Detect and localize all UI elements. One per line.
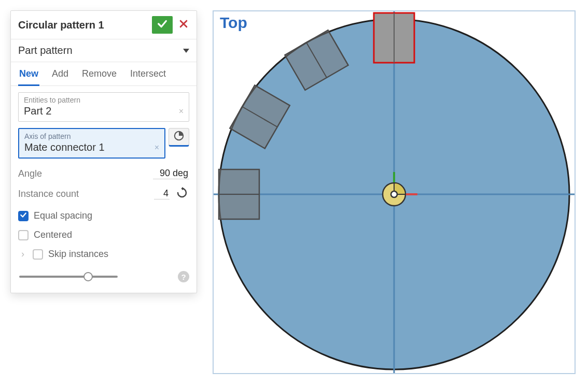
axis-clear-icon[interactable]: × xyxy=(155,143,159,152)
mate-connector-icon xyxy=(173,130,185,144)
instance-count-input[interactable]: 4 xyxy=(154,188,170,199)
skip-instances-option[interactable]: › Skip instances xyxy=(18,245,189,264)
entities-selection[interactable]: Entities to pattern Part 2 × xyxy=(18,92,189,122)
dialog-header: Circular pattern 1 xyxy=(11,11,197,39)
tab-intersect[interactable]: Intersect xyxy=(129,62,167,85)
mate-connector-button[interactable] xyxy=(169,128,189,147)
dialog-title: Circular pattern 1 xyxy=(18,19,152,31)
flip-direction-button[interactable] xyxy=(175,187,189,201)
help-icon: ? xyxy=(181,273,186,281)
angle-row: Angle 90 deg xyxy=(18,166,189,184)
graphics-viewport[interactable]: Top xyxy=(213,10,576,374)
centered-label: Centered xyxy=(34,230,72,240)
entities-value: Part 2 xyxy=(24,105,184,117)
viewport-svg: Top xyxy=(213,10,576,374)
check-icon xyxy=(157,18,168,32)
dialog-body: Entities to pattern Part 2 × Axis of pat… xyxy=(11,86,197,293)
caret-down-icon xyxy=(183,49,189,53)
equal-spacing-option[interactable]: Equal spacing xyxy=(18,206,189,225)
equal-spacing-label: Equal spacing xyxy=(34,210,92,221)
axis-selection[interactable]: Axis of pattern Mate connector 1 × xyxy=(18,128,165,159)
tab-add[interactable]: Add xyxy=(51,62,69,85)
pattern-type-label: Part pattern xyxy=(18,45,183,56)
entities-label: Entities to pattern xyxy=(24,96,184,104)
entities-clear-icon[interactable]: × xyxy=(179,107,184,116)
mate-connector-marker[interactable] xyxy=(383,183,405,206)
axis-value: Mate connector 1 xyxy=(24,141,159,153)
angle-input[interactable]: 90 deg xyxy=(153,168,189,179)
centered-option[interactable]: Centered xyxy=(18,225,189,245)
checkmark-icon xyxy=(20,210,27,221)
tab-remove[interactable]: Remove xyxy=(81,62,118,85)
chevron-right-icon: › xyxy=(21,249,24,260)
axis-row: Axis of pattern Mate connector 1 × xyxy=(18,128,189,159)
rollback-slider[interactable] xyxy=(19,276,118,278)
skip-instances-disclosure[interactable]: › xyxy=(18,249,27,260)
confirm-button[interactable] xyxy=(152,16,173,34)
skip-instances-checkbox[interactable] xyxy=(33,249,43,260)
angle-label: Angle xyxy=(18,168,153,179)
centered-checkbox[interactable] xyxy=(18,230,29,240)
pattern-type-dropdown[interactable]: Part pattern xyxy=(11,39,197,62)
tab-new[interactable]: New xyxy=(18,62,39,86)
instance-count-label: Instance count xyxy=(18,189,154,199)
close-icon xyxy=(178,19,189,31)
help-button[interactable]: ? xyxy=(178,271,189,282)
reverse-icon xyxy=(176,187,188,202)
boolean-tabs: New Add Remove Intersect xyxy=(11,62,197,86)
axis-label: Axis of pattern xyxy=(24,132,159,140)
equal-spacing-checkbox[interactable] xyxy=(18,211,29,221)
svg-point-2 xyxy=(391,191,397,197)
cancel-button[interactable] xyxy=(176,16,191,34)
orientation-label: Top xyxy=(220,14,247,31)
panel-footer: ? xyxy=(18,264,189,284)
skip-instances-label: Skip instances xyxy=(48,249,108,260)
instance-count-row: Instance count 4 xyxy=(18,184,189,206)
rollback-slider-thumb[interactable] xyxy=(83,272,93,281)
circular-pattern-dialog: Circular pattern 1 Part pattern New Add … xyxy=(10,10,197,293)
